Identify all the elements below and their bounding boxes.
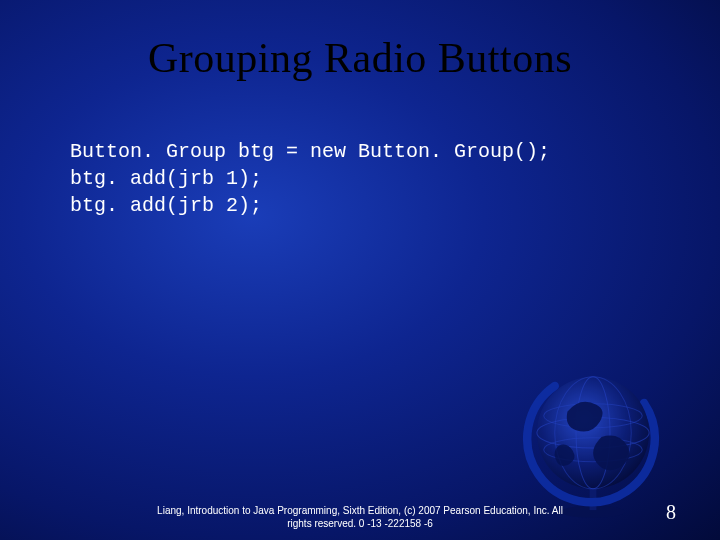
code-line: btg. add(jrb 2); — [70, 192, 720, 219]
footer-citation: Liang, Introduction to Java Programming,… — [0, 505, 720, 530]
svg-point-7 — [555, 377, 632, 489]
svg-point-4 — [544, 404, 643, 428]
code-line: btg. add(jrb 1); — [70, 165, 720, 192]
globe-icon — [508, 352, 678, 522]
svg-point-2 — [537, 377, 649, 489]
footer-line: rights reserved. 0 -13 -222158 -6 — [287, 518, 433, 529]
slide-title: Grouping Radio Buttons — [0, 0, 720, 82]
code-block: Button. Group btg = new Button. Group();… — [70, 138, 720, 219]
code-line: Button. Group btg = new Button. Group(); — [70, 138, 720, 165]
svg-point-6 — [576, 377, 610, 489]
footer-line: Liang, Introduction to Java Programming,… — [157, 505, 563, 516]
svg-point-3 — [537, 417, 649, 448]
page-number: 8 — [666, 501, 676, 524]
svg-point-5 — [544, 438, 643, 462]
